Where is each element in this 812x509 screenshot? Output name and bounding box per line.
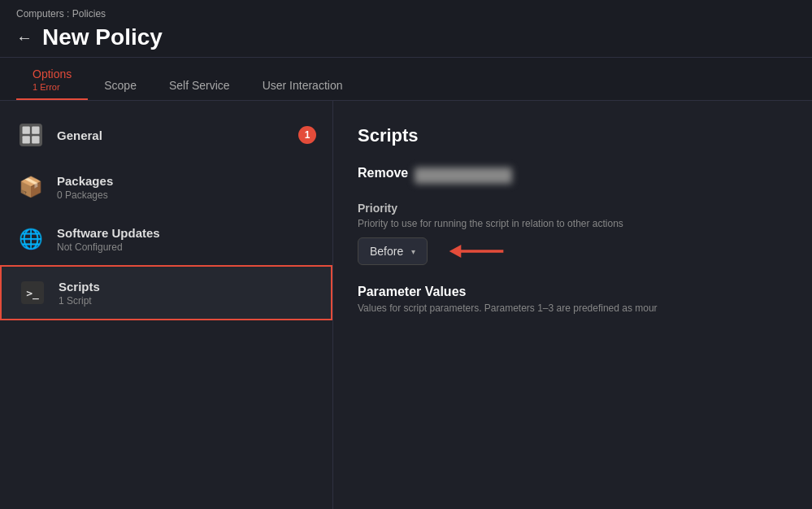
packages-sublabel: 0 Packages bbox=[57, 189, 316, 201]
software-updates-label: Software Updates bbox=[57, 226, 316, 240]
svg-rect-0 bbox=[23, 127, 30, 134]
tab-options-error: 1 Error bbox=[33, 82, 72, 92]
breadcrumb-policies: Policies bbox=[72, 8, 106, 20]
packages-icon: 📦 bbox=[16, 172, 46, 202]
breadcrumb-sep: : bbox=[67, 8, 72, 20]
sidebar: General 1 📦 Packages 0 Packages 🌐 Softwa… bbox=[0, 101, 333, 509]
tabs-bar: Options 1 Error Scope Self Service User … bbox=[0, 58, 812, 101]
tab-user-interaction[interactable]: User Interaction bbox=[246, 69, 359, 100]
priority-selected: Before bbox=[370, 245, 403, 258]
packages-label: Packages bbox=[57, 174, 316, 188]
sidebar-item-software-updates[interactable]: 🌐 Software Updates Not Configured bbox=[0, 213, 332, 265]
priority-dropdown[interactable]: Before ▾ bbox=[358, 237, 428, 265]
general-text: General bbox=[57, 128, 287, 142]
main-content: General 1 📦 Packages 0 Packages 🌐 Softwa… bbox=[0, 101, 812, 509]
general-icon bbox=[16, 120, 46, 150]
software-updates-icon: 🌐 bbox=[16, 224, 46, 254]
breadcrumb: Computers : Policies bbox=[16, 8, 796, 20]
arrow-indicator bbox=[444, 239, 509, 263]
sidebar-item-scripts[interactable]: >_ Scripts 1 Script bbox=[0, 265, 332, 320]
software-updates-text: Software Updates Not Configured bbox=[57, 226, 316, 253]
general-label: General bbox=[57, 128, 287, 142]
priority-description: Priority to use for running the script i… bbox=[358, 218, 788, 229]
scripts-icon: >_ bbox=[18, 278, 47, 307]
parameter-values-section: Parameter Values Values for script param… bbox=[358, 285, 788, 314]
scripts-label: Scripts bbox=[59, 280, 315, 294]
general-badge: 1 bbox=[298, 126, 316, 144]
software-updates-sublabel: Not Configured bbox=[57, 241, 316, 253]
scripts-text: Scripts 1 Script bbox=[59, 280, 315, 307]
svg-rect-3 bbox=[32, 136, 39, 143]
packages-text: Packages 0 Packages bbox=[57, 174, 316, 201]
priority-section: Priority Priority to use for running the… bbox=[358, 202, 788, 265]
back-button[interactable]: ← bbox=[16, 29, 33, 46]
page-header: Computers : Policies ← New Policy bbox=[0, 0, 812, 58]
tab-scope[interactable]: Scope bbox=[88, 69, 153, 100]
tab-options[interactable]: Options 1 Error bbox=[16, 58, 88, 100]
remove-label: Remove bbox=[358, 166, 408, 181]
svg-rect-2 bbox=[23, 136, 30, 143]
dropdown-row: Before ▾ bbox=[358, 237, 788, 265]
priority-title: Priority bbox=[358, 202, 788, 215]
page-title: New Policy bbox=[42, 24, 163, 50]
right-panel: Scripts Remove Priority Priority to use … bbox=[333, 101, 812, 509]
breadcrumb-computers: Computers bbox=[16, 8, 64, 20]
blurred-script-name bbox=[415, 167, 512, 184]
remove-row: Remove bbox=[358, 166, 788, 185]
svg-rect-1 bbox=[32, 127, 39, 134]
tab-self-service[interactable]: Self Service bbox=[153, 69, 246, 100]
sidebar-item-packages[interactable]: 📦 Packages 0 Packages bbox=[0, 161, 332, 213]
param-values-title: Parameter Values bbox=[358, 285, 788, 299]
red-arrow-icon bbox=[444, 239, 509, 263]
chevron-down-icon: ▾ bbox=[411, 247, 415, 256]
scripts-sublabel: 1 Script bbox=[59, 295, 315, 307]
svg-marker-5 bbox=[449, 245, 462, 258]
panel-title: Scripts bbox=[358, 125, 788, 146]
param-values-description: Values for script parameters. Parameters… bbox=[358, 302, 788, 314]
sidebar-item-general[interactable]: General 1 bbox=[0, 109, 332, 161]
